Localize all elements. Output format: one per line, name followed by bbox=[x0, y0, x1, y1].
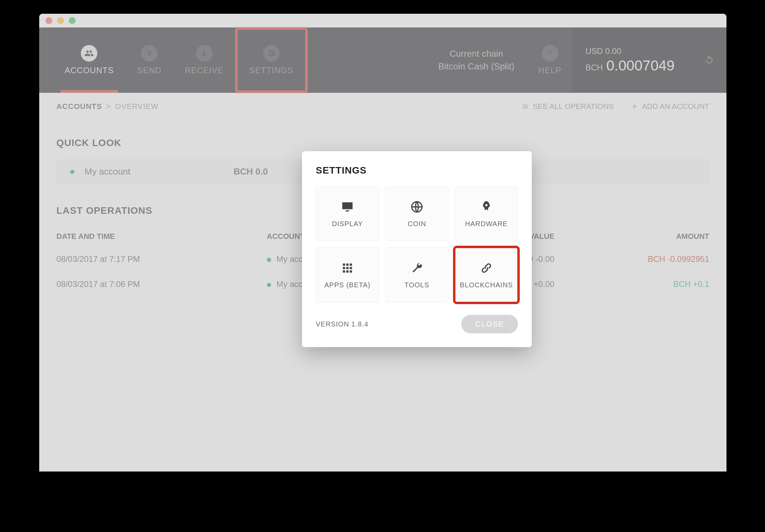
settings-modal: SETTINGS DISPLAY COIN HARDWARE APPS (BET… bbox=[302, 151, 532, 347]
tile-apps[interactable]: APPS (BETA) bbox=[316, 247, 379, 302]
tile-hardware[interactable]: HARDWARE bbox=[455, 186, 518, 241]
version-label: VERSION 1.8.4 bbox=[316, 320, 368, 328]
close-button[interactable]: CLOSE bbox=[461, 315, 518, 333]
chain-icon bbox=[480, 261, 493, 275]
monitor-icon bbox=[341, 200, 354, 214]
app-window: ACCOUNTS SEND RECEIVE SETTINGS bbox=[39, 14, 726, 472]
tile-blockchains[interactable]: BLOCKCHAINS bbox=[455, 247, 518, 302]
tile-label: TOOLS bbox=[405, 281, 429, 289]
tile-display[interactable]: DISPLAY bbox=[316, 186, 379, 241]
tile-coin[interactable]: COIN bbox=[385, 186, 449, 241]
globe-icon bbox=[410, 200, 424, 214]
tile-tools[interactable]: TOOLS bbox=[385, 247, 449, 302]
tile-label: DISPLAY bbox=[332, 220, 363, 228]
settings-tiles: DISPLAY COIN HARDWARE APPS (BETA) TOOLS … bbox=[316, 186, 518, 302]
tile-label: HARDWARE bbox=[465, 220, 508, 228]
wrench-icon bbox=[410, 261, 424, 275]
rocket-icon bbox=[480, 200, 493, 214]
tile-label: APPS (BETA) bbox=[324, 281, 370, 289]
modal-title: SETTINGS bbox=[316, 165, 518, 176]
grid-icon bbox=[341, 261, 354, 275]
tile-label: BLOCKCHAINS bbox=[460, 281, 513, 289]
tile-label: COIN bbox=[408, 220, 426, 228]
